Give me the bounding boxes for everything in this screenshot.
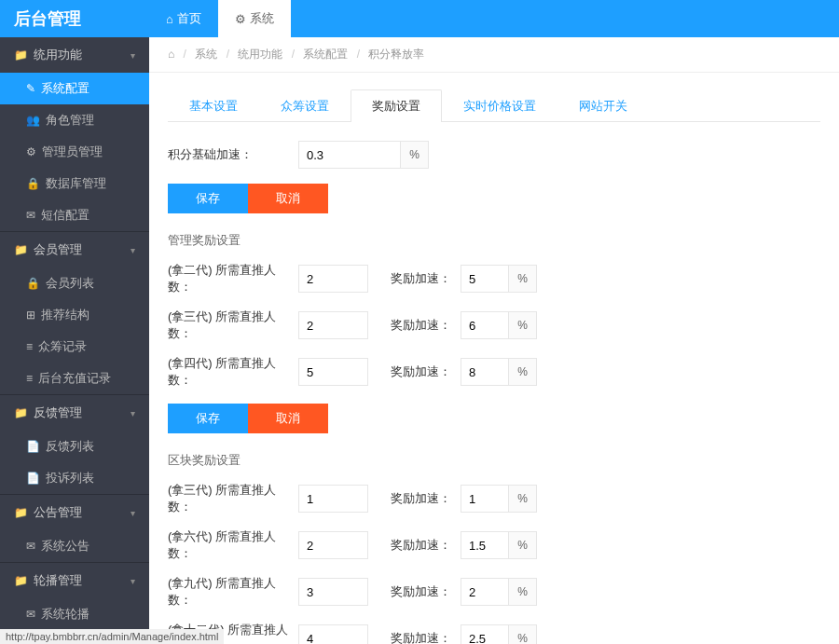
- folder-icon: 📁: [14, 243, 28, 256]
- bonus-accel-input[interactable]: [461, 311, 509, 339]
- sidebar-item[interactable]: 👥角色管理: [0, 104, 149, 136]
- tabs: 基本设置众筹设置奖励设置实时价格设置网站开关: [168, 89, 820, 122]
- unit-percent: %: [401, 141, 429, 169]
- required-count-input[interactable]: [298, 485, 368, 513]
- topnav-home[interactable]: ⌂ 首页: [149, 0, 218, 37]
- top-nav: ⌂ 首页 ⚙ 系统: [149, 0, 839, 37]
- unit-percent: %: [509, 358, 537, 386]
- tab[interactable]: 网站开关: [557, 89, 649, 122]
- row-label-bonus: 奖励加速：: [391, 317, 461, 334]
- logo: 后台管理: [0, 0, 149, 37]
- sidebar-item-label: 会员列表: [46, 275, 94, 292]
- required-count-input[interactable]: [298, 578, 368, 606]
- tab[interactable]: 基本设置: [168, 89, 259, 122]
- bonus-accel-input[interactable]: [461, 578, 509, 606]
- sidebar-item-label: 反馈列表: [46, 438, 94, 455]
- sidebar-item[interactable]: ⚙管理员管理: [0, 136, 149, 168]
- folder-icon: 📁: [14, 574, 28, 587]
- row-label-bonus: 奖励加速：: [391, 270, 461, 287]
- sidebar-item-label: 后台充值记录: [38, 370, 111, 387]
- sidebar-item[interactable]: ✉短信配置: [0, 199, 149, 231]
- required-count-input[interactable]: [298, 358, 368, 386]
- sidebar-item[interactable]: ⊞推荐结构: [0, 299, 149, 331]
- chevron-down-icon: ▾: [131, 245, 135, 255]
- sidebar-item[interactable]: ≡众筹记录: [0, 331, 149, 363]
- sidebar-item-label: 推荐结构: [41, 307, 89, 323]
- sidebar-item[interactable]: 🔒数据库管理: [0, 168, 149, 199]
- row-label-required: (拿六代) 所需直推人数：: [168, 528, 298, 562]
- tab[interactable]: 众筹设置: [259, 89, 351, 122]
- row-label-required: (拿四代) 所需直推人数：: [168, 355, 298, 389]
- bonus-accel-input[interactable]: [461, 624, 509, 644]
- save-button[interactable]: 保存: [168, 184, 248, 213]
- row-label-bonus: 奖励加速：: [391, 490, 461, 507]
- sidebar-item[interactable]: 📄反馈列表: [0, 431, 149, 462]
- sidebar-group-title[interactable]: 📁会员管理▾: [0, 232, 149, 267]
- required-count-input[interactable]: [298, 624, 368, 644]
- item-icon: 📄: [26, 440, 40, 453]
- row-label-required: (拿二代) 所需直推人数：: [168, 262, 298, 295]
- sidebar-item[interactable]: ≡后台充值记录: [0, 363, 149, 394]
- breadcrumb-sep: /: [292, 48, 295, 61]
- required-count-input[interactable]: [298, 311, 368, 339]
- cancel-button[interactable]: 取消: [248, 404, 328, 433]
- sidebar-item-label: 角色管理: [46, 112, 94, 129]
- breadcrumb-sep: /: [184, 48, 186, 61]
- sidebar-item-label: 短信配置: [41, 207, 89, 224]
- section-title-block: 区块奖励设置: [168, 452, 820, 469]
- bonus-accel-input[interactable]: [461, 358, 509, 386]
- tab[interactable]: 奖励设置: [351, 89, 442, 122]
- sidebar-item-label: 管理员管理: [42, 144, 103, 160]
- sidebar-group-title[interactable]: 📁统用功能▾: [0, 37, 149, 73]
- sidebar-item-label: 系统配置: [41, 80, 89, 97]
- breadcrumb: ⌂ / 系统 / 统用功能 / 系统配置 / 积分释放率: [149, 37, 839, 73]
- sidebar-item[interactable]: ✉系统公告: [0, 530, 149, 562]
- bonus-accel-input[interactable]: [461, 265, 509, 293]
- item-icon: ✉: [26, 608, 35, 621]
- bonus-accel-input[interactable]: [461, 485, 509, 513]
- sidebar-group-title[interactable]: 📁公告管理▾: [0, 495, 149, 530]
- unit-percent: %: [509, 531, 537, 559]
- sidebar-group-label: 会员管理: [34, 241, 82, 258]
- chevron-down-icon: ▾: [131, 50, 135, 61]
- sidebar-item[interactable]: 🔒会员列表: [0, 267, 149, 299]
- row-label-bonus: 奖励加速：: [391, 363, 461, 380]
- breadcrumb-sep: /: [357, 48, 360, 61]
- breadcrumb-item: 积分释放率: [368, 48, 424, 61]
- row-label-bonus: 奖励加速：: [391, 537, 461, 554]
- sidebar-group-label: 公告管理: [34, 504, 82, 521]
- item-icon: ≡: [26, 340, 33, 353]
- topnav-system[interactable]: ⚙ 系统: [218, 0, 291, 37]
- topnav-label: 系统: [250, 10, 274, 27]
- sidebar-group-label: 反馈管理: [34, 404, 82, 421]
- unit-percent: %: [509, 624, 537, 644]
- breadcrumb-item[interactable]: 统用功能: [238, 48, 282, 61]
- unit-percent: %: [509, 311, 537, 339]
- sidebar-item[interactable]: ✉系统轮播: [0, 598, 149, 630]
- item-icon: 👥: [26, 114, 40, 127]
- gear-icon: ⚙: [235, 12, 246, 26]
- breadcrumb-item[interactable]: 系统配置: [303, 48, 348, 61]
- sidebar-group-label: 轮播管理: [34, 572, 82, 589]
- sidebar-group-title[interactable]: 📁轮播管理▾: [0, 563, 149, 598]
- topnav-label: 首页: [177, 10, 201, 27]
- row-label-bonus: 奖励加速：: [391, 583, 461, 600]
- sidebar-group-title[interactable]: 📁反馈管理▾: [0, 395, 149, 431]
- bonus-accel-input[interactable]: [461, 531, 509, 559]
- base-accel-input[interactable]: [298, 141, 401, 169]
- item-icon: ⊞: [26, 308, 35, 322]
- item-icon: 📄: [26, 472, 40, 485]
- item-icon: ✉: [26, 209, 35, 222]
- sidebar-item[interactable]: ✎系统配置: [0, 73, 149, 104]
- tab[interactable]: 实时价格设置: [442, 89, 557, 122]
- required-count-input[interactable]: [298, 265, 368, 293]
- required-count-input[interactable]: [298, 531, 368, 559]
- sidebar: 📁统用功能▾✎系统配置👥角色管理⚙管理员管理🔒数据库管理✉短信配置📁会员管理▾🔒…: [0, 0, 149, 644]
- cancel-button[interactable]: 取消: [248, 184, 328, 213]
- breadcrumb-item[interactable]: 系统: [195, 48, 217, 61]
- sidebar-item-label: 众筹记录: [38, 338, 87, 355]
- breadcrumb-sep: /: [227, 48, 229, 61]
- sidebar-item[interactable]: 📄投诉列表: [0, 462, 149, 494]
- save-button[interactable]: 保存: [168, 404, 248, 433]
- folder-icon: 📁: [14, 506, 28, 519]
